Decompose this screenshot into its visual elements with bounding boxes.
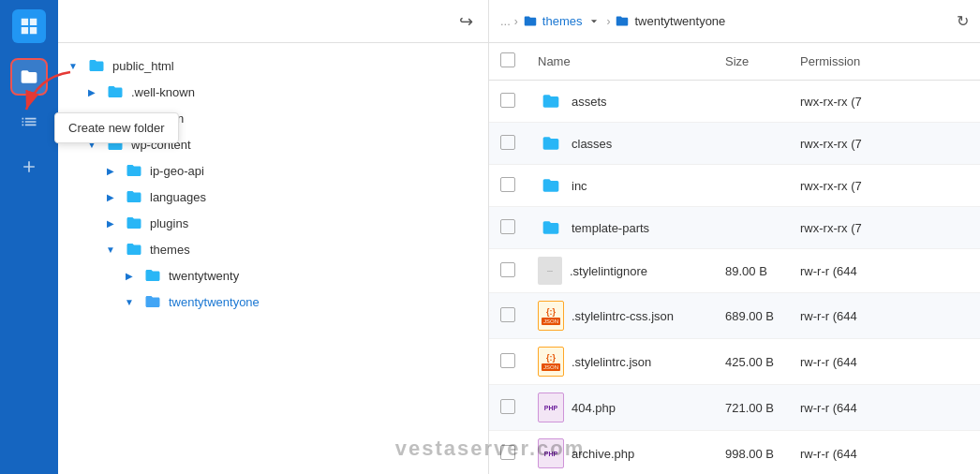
row-checkbox[interactable]	[500, 353, 515, 368]
row-size-cell: 998.00 B	[714, 431, 789, 475]
folder-icon	[538, 215, 564, 241]
tree-arrow: ▶	[103, 189, 118, 204]
row-checkbox-cell	[489, 385, 527, 431]
tree-item[interactable]: ▼ public_html	[58, 52, 488, 79]
php-file-icon: PHP	[538, 438, 564, 468]
row-name-cell[interactable]: assets	[527, 81, 714, 122]
row-checkbox[interactable]	[500, 93, 515, 108]
row-size-cell: 721.00 B	[714, 385, 789, 431]
row-size-cell: 425.00 B	[714, 339, 789, 385]
folder-icon	[142, 293, 163, 310]
table-row[interactable]: inc rwx-rx-rx (7	[489, 165, 980, 207]
table-row[interactable]: template-parts rwx-rx-rx (7	[489, 207, 980, 249]
row-perm-cell: rw-r-r (644	[789, 293, 980, 339]
file-tree-toolbar: ↪	[58, 0, 488, 43]
tree-item[interactable]: ▼ themes	[58, 236, 488, 262]
table-row[interactable]: {:} JSON .stylelintrc.json 425.00 B rw-r…	[489, 339, 980, 385]
folder-icon	[142, 267, 163, 284]
row-checkbox[interactable]	[500, 219, 515, 234]
row-checkbox-cell	[489, 81, 527, 123]
sidebar-item-filemanager[interactable]	[10, 58, 48, 96]
folder-icon	[538, 172, 564, 199]
file-name: .stylelintrc-css.json	[572, 309, 674, 323]
row-perm-cell: rwx-rx-rx (7	[789, 165, 980, 207]
row-checkbox[interactable]	[500, 399, 515, 414]
folder-icon	[124, 188, 144, 205]
sidebar-item-list[interactable]	[10, 103, 48, 141]
tree-label: twentytwenty	[169, 269, 239, 283]
table-row[interactable]: ··· .stylelintignore 89.00 B rw-r-r (644	[489, 249, 980, 293]
file-list-panel: ... › themes › twentytwentyone ↻ Name Si…	[489, 0, 980, 474]
row-perm-cell: rwx-rx-rx (7	[789, 123, 980, 165]
col-size[interactable]: Size	[714, 43, 789, 81]
tree-item[interactable]: ▼ twentytwentyone	[58, 289, 488, 315]
table-header-row: Name Size Permission	[489, 43, 980, 81]
row-name-cell[interactable]: classes	[527, 123, 714, 164]
folder-icon	[124, 162, 144, 179]
col-name[interactable]: Name	[527, 43, 714, 81]
col-permission[interactable]: Permission	[789, 43, 980, 81]
app-logo[interactable]	[12, 9, 46, 43]
tree-label: plugins	[150, 216, 188, 230]
row-checkbox-cell	[489, 249, 527, 293]
file-tree-content: ▼ public_html▶ .well-known▶ wp-admin▼ wp…	[58, 43, 488, 474]
tree-label: languages	[150, 190, 206, 204]
tree-label: themes	[150, 243, 190, 257]
folder-icon	[86, 57, 107, 74]
row-perm-cell: rwx-rx-rx (7	[789, 81, 980, 123]
row-perm-cell: rw-r-r (644	[789, 339, 980, 385]
breadcrumb-themes[interactable]: themes	[522, 14, 603, 28]
row-perm-cell: rw-r-r (644	[789, 431, 980, 475]
breadcrumb: ... › themes › twentytwentyone ↻	[489, 0, 980, 43]
row-checkbox[interactable]	[500, 445, 515, 460]
row-checkbox[interactable]	[500, 307, 515, 322]
reply-icon[interactable]: ↪	[455, 7, 477, 36]
row-name-cell[interactable]: inc	[527, 165, 714, 206]
tree-item[interactable]: ▶ .well-known	[58, 79, 488, 105]
folder-icon	[538, 130, 564, 156]
tree-item[interactable]: ▶ languages	[58, 184, 488, 210]
row-name-cell[interactable]: {:} JSON .stylelintrc.json	[527, 339, 714, 384]
row-size-cell: 689.00 B	[714, 293, 789, 339]
row-size-cell	[714, 207, 789, 249]
table-row[interactable]: {:} JSON .stylelintrc-css.json 689.00 B …	[489, 293, 980, 339]
breadcrumb-sep-2: ›	[606, 15, 610, 28]
tree-arrow: ▶	[84, 84, 99, 99]
json-file-icon: {:} JSON	[538, 301, 564, 331]
row-name-cell[interactable]: PHP 404.php	[527, 385, 714, 430]
create-folder-tooltip: Create new folder	[54, 112, 179, 143]
row-checkbox[interactable]	[500, 177, 515, 192]
folder-icon	[538, 88, 564, 114]
breadcrumb-sep-1: ›	[514, 15, 518, 28]
row-name-cell[interactable]: PHP archive.php	[527, 431, 714, 474]
select-all-checkbox[interactable]	[500, 52, 515, 67]
row-perm-cell: rw-r-r (644	[789, 249, 980, 293]
row-checkbox[interactable]	[500, 135, 515, 150]
file-name: 404.php	[572, 401, 616, 415]
tree-item[interactable]: ▶ twentytwenty	[58, 262, 488, 289]
row-size-cell	[714, 123, 789, 165]
breadcrumb-dots[interactable]: ...	[500, 14, 511, 28]
row-name-cell[interactable]: template-parts	[527, 207, 714, 248]
table-row[interactable]: classes rwx-rx-rx (7	[489, 123, 980, 165]
file-tree-panel: ↪ ▼ public_html▶ .well-known▶ wp-admin▼ …	[58, 0, 489, 474]
table-row[interactable]: PHP archive.php 998.00 B rw-r-r (644	[489, 431, 980, 475]
row-size-cell	[714, 81, 789, 123]
folder-icon	[124, 241, 144, 258]
row-name-cell[interactable]: {:} JSON .stylelintrc-css.json	[527, 293, 714, 338]
row-checkbox-cell	[489, 123, 527, 165]
row-perm-cell: rw-r-r (644	[789, 385, 980, 431]
file-name: archive.php	[572, 447, 634, 461]
tree-arrow: ▼	[66, 58, 81, 73]
row-checkbox[interactable]	[500, 262, 515, 277]
json-file-icon: {:} JSON	[538, 347, 564, 377]
table-row[interactable]: PHP 404.php 721.00 B rw-r-r (644	[489, 385, 980, 431]
tree-item[interactable]: ▶ plugins	[58, 210, 488, 236]
col-checkbox	[489, 43, 527, 81]
table-row[interactable]: assets rwx-rx-rx (7	[489, 81, 980, 123]
row-checkbox-cell	[489, 431, 527, 475]
tree-item[interactable]: ▶ ip-geo-api	[58, 157, 488, 184]
refresh-button[interactable]: ↻	[957, 12, 969, 30]
sidebar-item-add[interactable]	[10, 148, 48, 185]
row-name-cell[interactable]: ··· .stylelintignore	[527, 249, 714, 292]
